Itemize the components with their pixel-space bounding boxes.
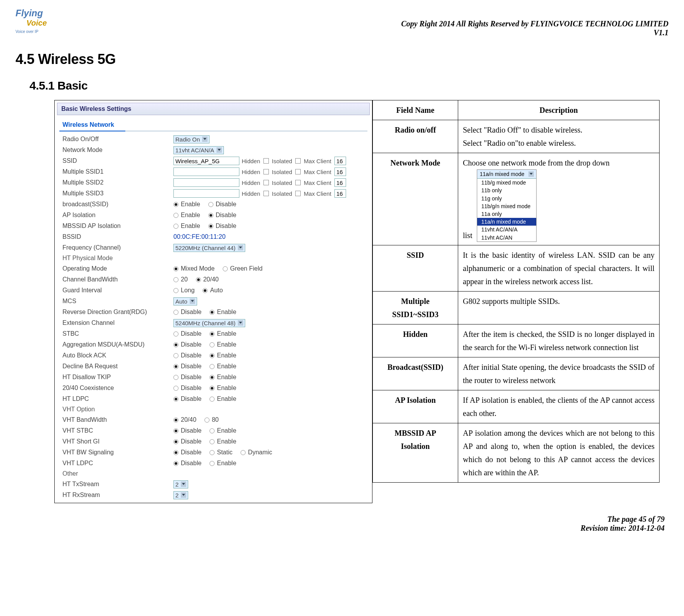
row-radio: Radio On/Off Radio On — [57, 134, 370, 145]
radio-guard-long[interactable] — [173, 288, 178, 293]
cell-field-name: Multiple SSID1~SSID3 — [373, 291, 458, 324]
radio-vhtldpc-enable[interactable] — [210, 461, 215, 466]
radio-htldpc-enable[interactable] — [210, 397, 215, 402]
checkbox-hidden-3[interactable] — [263, 191, 269, 196]
radio-htldpc-disable[interactable] — [173, 397, 178, 402]
cell-field-name: Network Mode — [373, 153, 458, 245]
radio-coex-enable[interactable] — [210, 386, 215, 391]
footer-page: The page 45 of 79 — [16, 515, 665, 524]
radio-coex-disable[interactable] — [173, 386, 178, 391]
label-mcs: MCS — [62, 298, 171, 305]
label-amsdu: Aggregation MSDU(A-MSDU) — [62, 341, 171, 348]
row-mbssid-ap-isolation: MBSSID AP Isolation Enable Disable — [57, 221, 370, 231]
row-mcs: MCS Auto — [57, 296, 370, 307]
radio-vhtldpc-disable[interactable] — [173, 461, 178, 466]
select-ext-channel[interactable]: 5240MHz (Channel 48) — [173, 319, 245, 327]
row-rdg: Reverse Direction Grant(RDG) Disable Ena… — [57, 307, 370, 317]
radio-broadcast-disable[interactable] — [208, 202, 213, 207]
copyright-text: Copy Right 2014 All Rights Reserved by F… — [401, 19, 668, 28]
select-ht-rxstream[interactable]: 2 — [173, 491, 188, 499]
checkbox-isolated-3[interactable] — [295, 191, 301, 196]
input-max-client-3[interactable] — [334, 189, 346, 198]
subheader-vht-option: VHT Option — [57, 404, 370, 414]
radio-vhtgi-enable[interactable] — [210, 439, 215, 444]
copyright-block: Copy Right 2014 All Rights Reserved by F… — [401, 19, 668, 37]
table-row: Broadcast(SSID) After initial State open… — [373, 357, 660, 390]
radio-rdg-disable[interactable] — [173, 310, 178, 315]
radio-broadcast-enable[interactable] — [173, 202, 178, 207]
checkbox-hidden-1[interactable] — [263, 169, 269, 174]
checkbox-hidden-2[interactable] — [263, 180, 269, 185]
checkbox-hidden[interactable] — [263, 158, 269, 164]
input-ssid[interactable] — [173, 157, 239, 165]
radio-tkip-disable[interactable] — [173, 375, 178, 380]
input-mssid1[interactable] — [173, 167, 239, 176]
checkbox-isolated-2[interactable] — [295, 180, 301, 185]
radio-rdg-enable[interactable] — [210, 310, 215, 315]
radio-green-field[interactable] — [223, 266, 228, 271]
radio-vhtgi-disable[interactable] — [173, 439, 178, 444]
radio-apiso-disable[interactable] — [208, 213, 213, 218]
radio-mbssid-disable[interactable] — [208, 224, 213, 229]
radio-bw20[interactable] — [173, 277, 178, 282]
input-mssid2[interactable] — [173, 178, 239, 187]
radio-tkip-enable[interactable] — [210, 375, 215, 380]
row-stbc: STBC Disable Enable — [57, 328, 370, 339]
radio-aba-enable[interactable] — [210, 353, 215, 358]
select-mcs[interactable]: Auto — [173, 297, 197, 305]
section-heading: Wireless Network — [57, 119, 370, 131]
cell-description: AP isolation among the devices which are… — [458, 423, 660, 482]
radio-dba-disable[interactable] — [173, 364, 178, 369]
radio-apiso-enable[interactable] — [173, 213, 178, 218]
radio-aba-disable[interactable] — [173, 353, 178, 358]
row-mssid2: Multiple SSID2 Hidden Isolated Max Clien… — [57, 177, 370, 188]
cell-description: G802 supports multiple SSIDs. — [458, 291, 660, 324]
radio-amsdu-disable[interactable] — [173, 342, 178, 347]
row-disallow-tkip: HT Disallow TKIP Disable Enable — [57, 372, 370, 383]
radio-amsdu-enable[interactable] — [210, 342, 215, 347]
input-mssid3[interactable] — [173, 189, 239, 198]
label-ext-channel: Extension Channel — [62, 319, 171, 326]
cell-description: It is the basic identity of wireless LAN… — [458, 245, 660, 291]
input-max-client-1[interactable] — [334, 167, 346, 176]
checkbox-isolated-1[interactable] — [295, 169, 301, 174]
label-mssid1: Multiple SSID1 — [62, 168, 171, 175]
radio-bw2040[interactable] — [196, 277, 201, 282]
radio-mbssid-enable[interactable] — [173, 224, 178, 229]
label-mssid2: Multiple SSID2 — [62, 179, 171, 186]
label-isolated: Isolated — [272, 158, 293, 164]
label-bssid: BSSID — [62, 233, 171, 240]
radio-stbc-disable[interactable] — [173, 331, 178, 336]
select-frequency[interactable]: 5220MHz (Channel 44) — [173, 244, 245, 252]
checkbox-isolated[interactable] — [295, 158, 301, 164]
select-network-mode[interactable]: 11vht AC/AN/A — [173, 146, 224, 154]
table-row: Radio on/off Select "Radio Off" to disab… — [373, 120, 660, 153]
radio-vhtsig-dynamic[interactable] — [241, 450, 246, 455]
cell-description: After the item is checked, the SSID is n… — [458, 324, 660, 357]
radio-vhtbw-2040[interactable] — [173, 418, 178, 423]
select-ht-txstream[interactable]: 2 — [173, 480, 188, 488]
radio-stbc-enable[interactable] — [210, 331, 215, 336]
cell-field-name: MBSSID AP Isolation — [373, 423, 458, 482]
radio-vhtsig-disable[interactable] — [173, 450, 178, 455]
row-channel-bw: Channel BandWidth 20 20/40 — [57, 274, 370, 285]
radio-vhtsig-static[interactable] — [210, 450, 215, 455]
radio-vhtbw-80[interactable] — [204, 418, 210, 423]
radio-guard-auto[interactable] — [203, 288, 208, 293]
chevron-down-icon — [528, 171, 534, 177]
row-vht-short-gi: VHT Short GI Disable Enable — [57, 436, 370, 447]
row-ht-txstream: HT TxStream 2 — [57, 479, 370, 490]
input-max-client[interactable] — [334, 157, 346, 165]
label-channel-bw: Channel BandWidth — [62, 276, 171, 283]
cell-description: If AP isolation is enabled, the clients … — [458, 390, 660, 423]
label-ap-isolation: AP Isolation — [62, 212, 171, 219]
label-ht-rxstream: HT RxStream — [62, 492, 171, 499]
label-hidden: Hidden — [242, 158, 260, 164]
radio-dba-enable[interactable] — [210, 364, 215, 369]
input-max-client-2[interactable] — [334, 178, 346, 187]
radio-vhtstbc-disable[interactable] — [173, 428, 178, 433]
radio-mixed-mode[interactable] — [173, 266, 178, 271]
select-radio[interactable]: Radio On — [173, 135, 210, 143]
radio-vhtstbc-enable[interactable] — [210, 428, 215, 433]
label-frequency: Frequency (Channel) — [62, 244, 171, 251]
